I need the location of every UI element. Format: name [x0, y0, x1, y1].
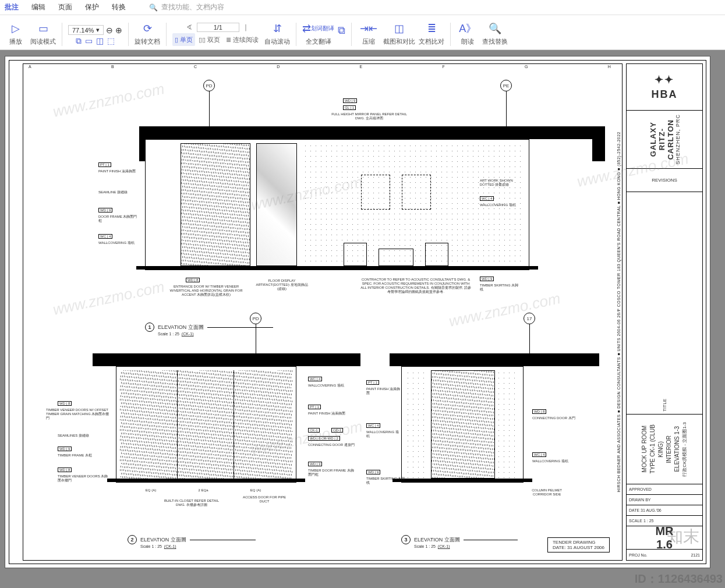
proj-label: PROJ No. — [629, 553, 648, 557]
approved-cell: APPROVED — [627, 484, 702, 495]
fit-page-icon[interactable]: ◫ — [96, 36, 104, 46]
tag2-pt1: PT | 1 — [308, 405, 321, 409]
note2-wallcov: WALLCOVERING 墙纸 — [308, 384, 349, 388]
dim-2eq: 2 EQa — [186, 488, 221, 493]
elev1-scale: Scale 1 : 25 (CK-1) — [158, 332, 529, 336]
ceiling-beam-2 — [93, 353, 360, 366]
ceiling-beam — [139, 126, 605, 139]
menu-bar: 批注 编辑 页面 保护 转换 🔍 查找功能、文档内容 — [0, 0, 725, 15]
rotate-button[interactable]: ⟳ 旋转文档 — [135, 17, 160, 46]
note-wallcov: WALLCOVERING 墙纸 — [98, 241, 139, 245]
elev2-body — [116, 366, 296, 483]
fit-width-icon[interactable]: ▭ — [85, 36, 93, 46]
next-page-icon[interactable]: ∣ — [244, 23, 247, 31]
single-page-icon: ▯ — [175, 36, 178, 44]
search-icon: 🔍 — [149, 3, 158, 12]
fit-actual-icon[interactable]: ⧉ — [76, 36, 82, 46]
tender-drawing-box: TENDER DRAWING DATE: 31 AUGUST 2006 — [547, 537, 610, 552]
separator — [351, 23, 352, 46]
word-translate-button[interactable]: ⇄ 划词翻译 全文翻译 — [302, 17, 334, 46]
tag2-wd8or2: WD | 8 OR WD | 2 — [308, 436, 340, 441]
view-continuous[interactable]: ≣连续阅读 — [224, 33, 261, 46]
menu-search[interactable]: 🔍 查找功能、文档内容 — [149, 2, 224, 12]
tag-wd9-top: WD | 9 — [343, 98, 357, 103]
translate-expand[interactable]: ⧉ — [338, 17, 345, 46]
grid-bubble-17: 17 — [524, 313, 535, 324]
zoom-out-icon[interactable]: ⊖ — [106, 26, 113, 35]
magnifier-icon: 🔍 — [489, 22, 501, 36]
compress-icon: ⇥⇤ — [360, 22, 377, 36]
marquee-zoom-icon[interactable]: ⬚ — [107, 36, 115, 46]
room-l4: 行政CK房模拟 - 立面图1-3 — [681, 417, 688, 481]
mirror-panel — [256, 143, 297, 266]
wall-right — [496, 370, 519, 479]
prev-page-icon[interactable]: ∢ — [186, 23, 192, 31]
tag3-wd9: WD | 9 — [366, 470, 380, 474]
menu-annotate[interactable]: 批注 — [5, 2, 19, 12]
elev3-num: 3 — [401, 535, 411, 544]
tag-gl1: GL | 1 — [343, 105, 356, 110]
zoom-text: 77.14% — [72, 27, 94, 34]
zoom-value[interactable]: 77.14%▾ — [68, 25, 104, 35]
entrance-door — [181, 143, 250, 266]
doc-compare-button[interactable]: ≣ 文档比对 — [419, 17, 444, 46]
project-line1: GALAXY RITZ-CARLTON — [649, 113, 675, 166]
date-cell: DATE 31 AUG.'06 — [627, 505, 702, 516]
chevron-down-icon: ▾ — [96, 26, 100, 34]
play-button[interactable]: ▷ 播放 — [5, 17, 27, 46]
title-label: TITLE — [627, 192, 702, 415]
compare-icon: ≣ — [427, 22, 436, 36]
menu-edit[interactable]: 编辑 — [31, 2, 45, 12]
tag2-wd3: WD | 3 — [308, 462, 322, 466]
tag2-wc4: WC | 4 — [308, 377, 322, 381]
room-l3: INTERIOR ELEVATIONS 1-3 — [665, 417, 681, 481]
note2-doorframe: TIMBER DOOR FRAME 木飾面門框 — [308, 469, 355, 477]
page-number[interactable]: 1/1 — [197, 23, 239, 32]
grid-bubble-pe: PE — [500, 80, 512, 91]
compress-button[interactable]: ⇥⇤ 压缩 — [358, 17, 380, 46]
menu-page[interactable]: 页面 — [58, 2, 72, 12]
ruler-a: A — [29, 65, 31, 70]
autoscroll-icon: ⇵ — [273, 22, 282, 36]
note-doorframe: DOOR FRAME 木飾面門框 — [98, 215, 139, 223]
column-ruler: A B C D E F G H — [29, 65, 611, 70]
menu-convert[interactable]: 转换 — [112, 2, 126, 12]
note2-closet: BUILT-IN CLOSET REFER DETAIL DWG. 衣櫃參考詳圖 — [162, 499, 221, 507]
note3-wallcov: WALLCOVERING 墙纸 — [366, 430, 401, 438]
find-label: 查找替换 — [482, 37, 508, 46]
view-double[interactable]: ▯▯双页 — [196, 33, 222, 46]
connecting-door — [431, 370, 495, 479]
proj-cell: PROJ No. 2121 — [627, 550, 702, 560]
play-icon: ▷ — [12, 22, 20, 36]
play-label: 播放 — [9, 37, 22, 46]
closet-doors — [120, 370, 292, 479]
document-area[interactable]: A B C D E F G H HIRSCH BEDNER AND ASSOCI… — [0, 50, 725, 588]
note3-paint: PAINT FINISH 油漆飾面 — [366, 387, 401, 395]
tag3-wc4: WC | 4 — [366, 423, 380, 428]
elev1-body — [145, 139, 529, 270]
find-replace-button[interactable]: 🔍 查找替换 — [482, 17, 508, 46]
zoom-in-icon[interactable]: ⊕ — [115, 26, 122, 35]
note-mirror: FULL HEIGHT MIRROR PANEL REFER DETAIL DW… — [331, 112, 407, 121]
drawing-title: MOCK UP ROOM TYPE CK-1 (CLUB KING) INTER… — [627, 415, 702, 484]
note2-access: ACCESS DOOR FOR PIPE DUCT — [238, 495, 291, 504]
tag3-wc4b: WC | 4 — [532, 452, 546, 457]
column-right — [592, 126, 605, 161]
read-mode-button[interactable]: ▭ 阅读模式 — [30, 17, 56, 46]
separator — [62, 23, 62, 46]
note-paint: PAINT FINISH 油漆飾面 — [98, 169, 139, 173]
hba-logo: ✦✦ HBA — [627, 64, 702, 111]
crop-label: 截图和对比 — [383, 37, 415, 46]
read-aloud-button[interactable]: A》 朗读 — [457, 17, 479, 46]
tag2-wd9: WD | 9 — [58, 447, 72, 451]
tag-wc4b: WC | 4 — [480, 196, 494, 201]
view-single[interactable]: ▯单页 — [172, 33, 195, 46]
menu-protect[interactable]: 保护 — [85, 2, 99, 12]
note-seam: SEAMLINE 接縫線 — [98, 190, 139, 194]
note-contractor: CONTRACTOR TO REFER TO ACOUSTIC CONSULTA… — [360, 278, 471, 294]
grid-line-pd — [209, 91, 210, 126]
autoscroll-button[interactable]: ⇵ 自动滚动 — [264, 17, 290, 46]
dim-eqa2: EQ (A) — [238, 488, 273, 493]
crop-compare-button[interactable]: ◫ 截图和对比 — [383, 17, 415, 46]
note3-wallcov2: WALLCOVERING 墙纸 — [532, 459, 573, 463]
